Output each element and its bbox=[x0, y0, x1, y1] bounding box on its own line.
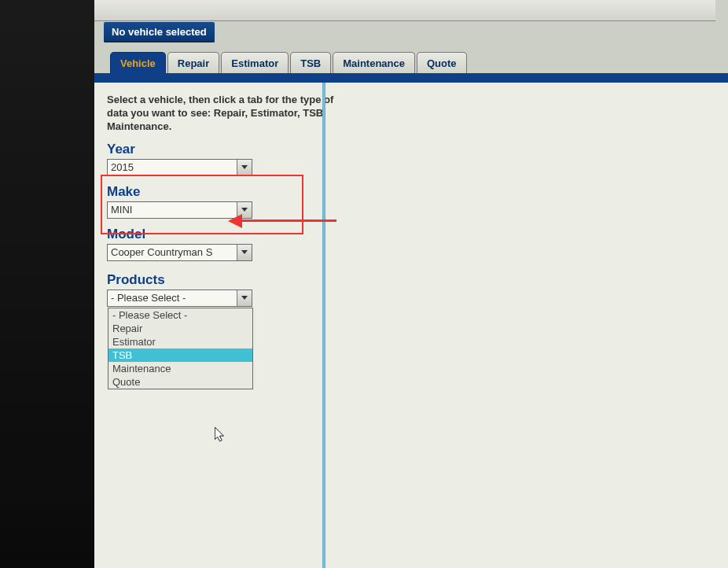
products-option[interactable]: Quote bbox=[108, 375, 252, 389]
vehicle-selector-panel: Select a vehicle, then click a tab for t… bbox=[94, 83, 347, 568]
products-option[interactable]: Maintenance bbox=[108, 362, 252, 375]
year-group: Year 2015 bbox=[107, 142, 335, 176]
chevron-down-icon bbox=[237, 290, 252, 306]
tab-estimator[interactable]: Estimator bbox=[221, 52, 289, 74]
year-select[interactable]: 2015 bbox=[107, 159, 252, 176]
toolbar bbox=[94, 0, 715, 21]
products-label: Products bbox=[107, 272, 335, 288]
app-frame: No vehicle selected Vehicle Repair Estim… bbox=[0, 0, 728, 568]
products-dropdown[interactable]: - Please Select - Repair Estimator TSB M… bbox=[108, 308, 253, 389]
products-option[interactable]: - Please Select - bbox=[108, 308, 252, 322]
tab-quote[interactable]: Quote bbox=[417, 52, 467, 74]
products-select[interactable]: - Please Select - - Please Select - Repa… bbox=[107, 290, 252, 307]
products-option[interactable]: TSB bbox=[108, 349, 252, 362]
make-value: MINI bbox=[108, 204, 237, 216]
year-label: Year bbox=[107, 142, 335, 157]
products-value: - Please Select - bbox=[108, 292, 237, 304]
content: Select a vehicle, then click a tab for t… bbox=[94, 83, 728, 568]
make-group: Make MINI bbox=[107, 184, 335, 219]
instructions-text: Select a vehicle, then click a tab for t… bbox=[107, 94, 335, 134]
make-select[interactable]: MINI bbox=[107, 201, 252, 219]
tab-repair[interactable]: Repair bbox=[167, 52, 219, 74]
tab-underbar bbox=[94, 73, 728, 83]
chevron-down-icon bbox=[237, 245, 252, 260]
products-option[interactable]: Estimator bbox=[108, 335, 252, 349]
photo-edge bbox=[0, 0, 94, 568]
model-select[interactable]: Cooper Countryman S bbox=[107, 244, 252, 261]
products-group: Products - Please Select - - Please Sele… bbox=[107, 272, 335, 307]
pane-divider[interactable] bbox=[322, 83, 325, 568]
main-tabs: Vehicle Repair Estimator TSB Maintenance… bbox=[110, 47, 467, 74]
make-label: Make bbox=[107, 184, 335, 200]
chevron-down-icon bbox=[237, 160, 252, 175]
model-value: Cooper Countryman S bbox=[108, 246, 237, 258]
chevron-down-icon bbox=[237, 202, 252, 218]
vehicle-status: No vehicle selected bbox=[104, 22, 215, 42]
tab-maintenance[interactable]: Maintenance bbox=[333, 52, 415, 74]
model-group: Model Cooper Countryman S bbox=[107, 227, 335, 261]
tab-vehicle[interactable]: Vehicle bbox=[110, 52, 166, 74]
tab-tsb[interactable]: TSB bbox=[290, 52, 331, 74]
model-label: Model bbox=[107, 227, 335, 242]
products-option[interactable]: Repair bbox=[108, 322, 252, 335]
year-value: 2015 bbox=[108, 161, 237, 173]
